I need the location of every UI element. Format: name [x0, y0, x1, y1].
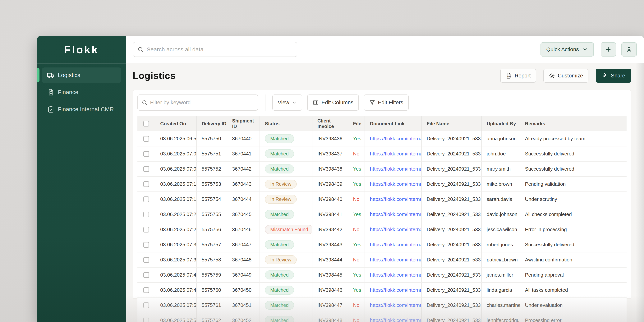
cell-remarks: Under evaluation: [520, 298, 626, 312]
table-row: 03.06.2025 07:10 5575753 3670443 In Revi…: [138, 177, 626, 192]
cell-file-name: Delivery_20240921_5339...: [421, 298, 481, 312]
table-header: Created OnDelivery IDShipment IDStatusCl…: [138, 116, 626, 131]
document-link[interactable]: https://flokk.com/internal...: [370, 196, 421, 202]
document-link[interactable]: https://flokk.com/internal...: [370, 212, 421, 217]
sidebar-item-label: Logistics: [58, 72, 80, 78]
keyword-filter-input[interactable]: [150, 100, 254, 106]
document-link[interactable]: https://flokk.com/internal...: [370, 318, 421, 322]
main-area: Quick Actions Logistics PDF Report: [126, 36, 644, 322]
view-button[interactable]: View: [272, 94, 302, 110]
cell-created-on: 03.06.2025 07:25: [155, 222, 196, 237]
row-select-cell: [138, 162, 155, 176]
cell-delivery-id: 5575751: [196, 146, 227, 161]
sidebar-item-finance-internal-cmr[interactable]: Finance Internal CMR: [42, 102, 121, 117]
document-link[interactable]: https://flokk.com/internal...: [370, 242, 421, 248]
cell-client-invoice: INV398444: [312, 252, 348, 267]
edit-filters-button[interactable]: Edit Filters: [364, 94, 409, 110]
sidebar-item-label: Finance: [58, 89, 78, 96]
cell-remarks: Already processed by team: [520, 131, 626, 146]
sidebar-item-logistics[interactable]: Logistics: [42, 68, 121, 83]
columns-icon: [312, 100, 319, 106]
row-checkbox[interactable]: [143, 302, 149, 308]
data-table: Created OnDelivery IDShipment IDStatusCl…: [138, 116, 626, 322]
column-header-file: File: [348, 116, 364, 131]
search-icon: [142, 100, 148, 106]
row-checkbox[interactable]: [143, 272, 149, 278]
cell-document-link: https://flokk.com/internal...: [364, 131, 421, 146]
cell-remarks: Pending validation: [520, 177, 626, 192]
edit-columns-button[interactable]: Edit Columns: [307, 94, 359, 110]
sidebar-item-finance[interactable]: Finance: [42, 84, 121, 100]
report-button[interactable]: PDF Report: [500, 69, 536, 82]
account-button[interactable]: [622, 42, 637, 56]
cell-uploaded-by: anna.johnson: [481, 131, 520, 146]
status-badge: Missmatch Found: [265, 225, 312, 234]
cell-shipment-id: 3670444: [227, 192, 260, 206]
cell-client-invoice: INV398443: [312, 237, 348, 252]
cell-delivery-id: 5575752: [196, 162, 227, 176]
cell-status: In Review: [260, 177, 312, 192]
cell-shipment-id: 3670451: [227, 298, 260, 312]
row-checkbox[interactable]: [143, 318, 149, 322]
document-link[interactable]: https://flokk.com/internal...: [370, 272, 421, 278]
row-select-cell: [138, 283, 155, 298]
cell-client-invoice: INV398441: [312, 207, 348, 222]
cell-file: Yes: [348, 162, 364, 176]
cell-file: No: [348, 222, 364, 237]
customize-label: Customize: [558, 73, 583, 79]
row-checkbox[interactable]: [143, 136, 149, 142]
row-checkbox[interactable]: [143, 287, 149, 293]
global-search[interactable]: [133, 42, 297, 57]
document-link[interactable]: https://flokk.com/internal...: [370, 166, 421, 172]
document-link[interactable]: https://flokk.com/internal...: [370, 151, 421, 157]
row-checkbox[interactable]: [143, 242, 149, 248]
customize-button[interactable]: Customize: [544, 69, 588, 82]
cell-file: Yes: [348, 207, 364, 222]
cell-file-name: Delivery_20240921_5339...: [421, 283, 481, 298]
status-badge: Matched: [265, 240, 294, 249]
global-search-input[interactable]: [146, 46, 293, 53]
cell-uploaded-by: sarah.davis: [481, 192, 520, 206]
cell-client-invoice: INV398445: [312, 268, 348, 282]
row-checkbox[interactable]: [143, 196, 149, 202]
add-button[interactable]: [601, 42, 616, 56]
row-checkbox[interactable]: [143, 257, 149, 263]
cell-file: Yes: [348, 268, 364, 282]
cell-remarks: Error in processing: [520, 222, 626, 237]
row-select-cell: [138, 222, 155, 237]
cell-file: No: [348, 146, 364, 161]
share-button[interactable]: Share: [596, 69, 631, 82]
row-checkbox[interactable]: [143, 212, 149, 217]
cell-shipment-id: 3670448: [227, 252, 260, 267]
cell-created-on: 03.06.2025 07:20: [155, 207, 196, 222]
status-badge: Matched: [265, 210, 294, 219]
document-link[interactable]: https://flokk.com/internal...: [370, 257, 421, 263]
document-link[interactable]: https://flokk.com/internal...: [370, 136, 421, 142]
document-link[interactable]: https://flokk.com/internal...: [370, 226, 421, 232]
document-link[interactable]: https://flokk.com/internal...: [370, 287, 421, 293]
search-icon: [138, 46, 144, 52]
select-all-checkbox[interactable]: [143, 121, 149, 126]
keyword-filter[interactable]: [138, 94, 258, 110]
cell-document-link: https://flokk.com/internal...: [364, 192, 421, 206]
cell-shipment-id: 3670441: [227, 146, 260, 161]
document-link[interactable]: https://flokk.com/internal...: [370, 181, 421, 187]
cell-document-link: https://flokk.com/internal...: [364, 298, 421, 312]
cell-delivery-id: 5575759: [196, 268, 227, 282]
row-checkbox[interactable]: [143, 181, 149, 187]
quick-actions-button[interactable]: Quick Actions: [540, 42, 594, 56]
invoice-icon: [47, 88, 55, 96]
row-checkbox[interactable]: [143, 227, 149, 232]
row-checkbox[interactable]: [143, 166, 149, 172]
cell-document-link: https://flokk.com/internal...: [364, 283, 421, 298]
cell-status: Matched: [260, 313, 312, 322]
cell-status: Matched: [260, 131, 312, 146]
cell-uploaded-by: patricia.brown: [481, 252, 520, 267]
cell-delivery-id: 5575750: [196, 131, 227, 146]
plus-icon: [605, 46, 612, 53]
cell-client-invoice: INV398446: [312, 283, 348, 298]
column-header-client-invoice: Client Invoice: [312, 116, 348, 131]
cell-status: Matched: [260, 237, 312, 252]
row-checkbox[interactable]: [143, 151, 149, 157]
document-link[interactable]: https://flokk.com/internal...: [370, 302, 421, 308]
